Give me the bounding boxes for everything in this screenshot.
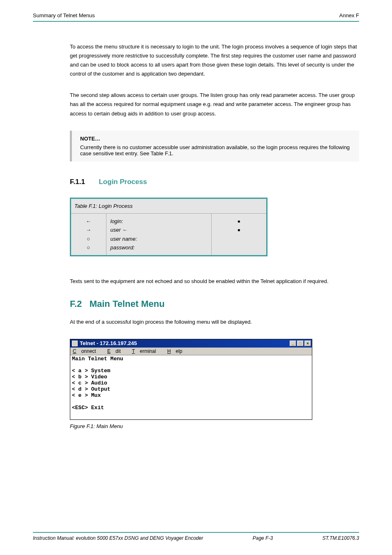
menu-edit[interactable]: Edit xyxy=(107,348,126,354)
note-box: NOTE… Currently there is no customer acc… xyxy=(70,131,359,161)
main-menu-intro: At the end of a successful login process… xyxy=(70,318,359,327)
note-text: Currently there is no customer accessibl… xyxy=(80,144,351,157)
table-col-2: login: user ← user name: password: xyxy=(106,214,212,256)
page-footer: Instruction Manual: evolution 5000 E57xx… xyxy=(33,532,359,541)
table-row: user name: xyxy=(111,235,208,243)
menubar: Connect Edit Terminal Help xyxy=(70,348,312,355)
window-title: Telnet - 172.16.197.245 xyxy=(80,340,137,346)
table-col-1: ← → ○ ○ xyxy=(71,214,106,256)
menu-terminal[interactable]: Terminal xyxy=(132,348,161,354)
table-row: login: xyxy=(111,217,208,226)
page-header: Summary of Telnet Menus Annex F xyxy=(33,12,359,22)
section-number: F.1.1 xyxy=(70,178,85,186)
table-row: user ← xyxy=(111,226,208,234)
terminal-content: Main Telnet Menu < a > System < b > Vide… xyxy=(70,355,312,419)
table-row: ● xyxy=(216,217,262,226)
table-row: ○ xyxy=(75,243,102,252)
intro-paragraph-1: To access the menu structure it is neces… xyxy=(70,42,359,78)
footer-center: Page F-3 xyxy=(253,535,273,541)
header-left: Summary of Telnet Menus xyxy=(33,12,95,18)
table-row: ← xyxy=(75,217,102,226)
table-row: ○ xyxy=(75,235,102,243)
section-heading: F.1.1 Login Process xyxy=(70,178,359,186)
menu-connect[interactable]: Connect xyxy=(73,348,101,354)
telnet-window: Telnet - 172.16.197.245 _ □ × Connect Ed… xyxy=(70,339,312,420)
maximize-button[interactable]: □ xyxy=(297,341,304,346)
note-label: NOTE… xyxy=(80,136,100,142)
minimize-button[interactable]: _ xyxy=(290,341,296,346)
section-title: Login Process xyxy=(99,178,147,186)
intro-paragraph-2: The second step allows access to certain… xyxy=(70,91,359,118)
table-row: → xyxy=(75,226,102,234)
main-menu-heading: F.2 Main Telnet Menu xyxy=(70,299,359,309)
footer-left: Instruction Manual: evolution 5000 E57xx… xyxy=(33,535,203,541)
figure-caption: Figure F.1: Main Menu xyxy=(70,423,359,429)
after-table-text: Texts sent to the equipment are not echo… xyxy=(70,277,359,286)
titlebar: Telnet - 172.16.197.245 _ □ × xyxy=(70,339,312,348)
telnet-figure: Telnet - 172.16.197.245 _ □ × Connect Ed… xyxy=(70,339,359,429)
app-icon xyxy=(72,341,78,346)
table-col-3: ● ● xyxy=(212,214,266,256)
header-right: Annex F xyxy=(339,12,359,18)
login-table: Table F.1: Login Process ← → ○ ○ login: … xyxy=(70,198,267,257)
menu-help[interactable]: Help xyxy=(167,348,187,354)
close-button[interactable]: × xyxy=(304,341,311,346)
table-title: Table F.1: Login Process xyxy=(71,199,266,214)
table-row: ● xyxy=(216,226,262,234)
footer-right: ST.TM.E10076.3 xyxy=(322,535,359,541)
table-row: password: xyxy=(111,243,208,252)
